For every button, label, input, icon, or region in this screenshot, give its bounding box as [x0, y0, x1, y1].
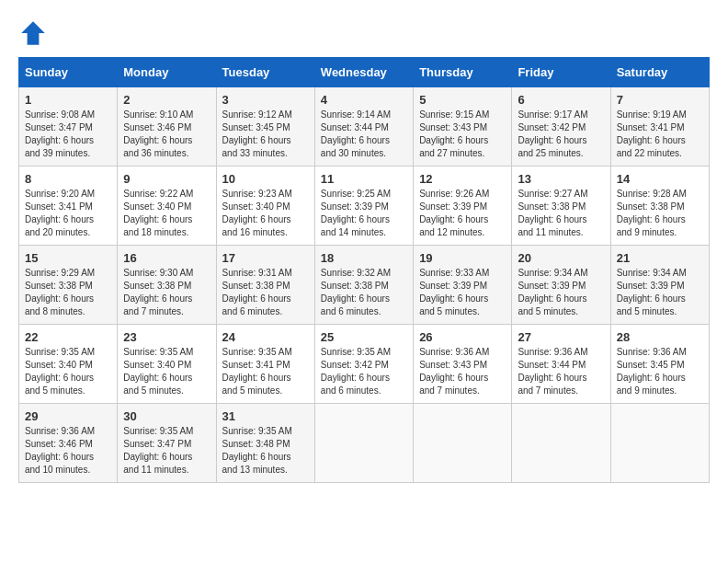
sunset-text: Sunset: 3:44 PM	[321, 122, 389, 132]
sunrise-text: Sunrise: 9:30 AM	[123, 268, 193, 278]
daylight-minutes: and 10 minutes.	[25, 465, 90, 475]
sunset-text: Sunset: 3:40 PM	[25, 360, 93, 370]
sunrise-text: Sunrise: 9:22 AM	[123, 189, 193, 199]
daylight-hours: Daylight: 6 hours	[617, 293, 686, 304]
daylight-hours: Daylight: 6 hours	[419, 214, 488, 224]
daylight-minutes: and 5 minutes.	[222, 385, 283, 396]
sunrise-text: Sunrise: 9:28 AM	[617, 189, 687, 199]
daylight-hours: Daylight: 6 hours	[222, 135, 291, 145]
daylight-hours: Daylight: 6 hours	[617, 373, 686, 383]
sunset-text: Sunset: 3:47 PM	[123, 439, 191, 449]
day-number: 17	[222, 251, 309, 265]
daylight-hours: Daylight: 6 hours	[123, 135, 192, 145]
sunset-text: Sunset: 3:38 PM	[617, 201, 685, 212]
day-number: 7	[617, 93, 703, 107]
day-info: Sunrise: 9:36 AMSunset: 3:43 PMDaylight:…	[419, 346, 506, 397]
sunrise-text: Sunrise: 9:31 AM	[222, 268, 292, 278]
sunrise-text: Sunrise: 9:36 AM	[617, 347, 687, 357]
day-info: Sunrise: 9:35 AMSunset: 3:40 PMDaylight:…	[123, 346, 210, 397]
calendar-day-cell: 9Sunrise: 9:22 AMSunset: 3:40 PMDaylight…	[118, 167, 216, 246]
calendar-day-cell: 25Sunrise: 9:35 AMSunset: 3:42 PMDayligh…	[314, 325, 413, 404]
sunrise-text: Sunrise: 9:35 AM	[321, 347, 391, 357]
day-info: Sunrise: 9:31 AMSunset: 3:38 PMDaylight:…	[222, 267, 309, 318]
sunrise-text: Sunrise: 9:27 AM	[518, 189, 587, 199]
sunrise-text: Sunrise: 9:08 AM	[25, 109, 95, 120]
calendar-day-cell: 7Sunrise: 9:19 AMSunset: 3:41 PMDaylight…	[610, 87, 709, 167]
daylight-minutes: and 13 minutes.	[222, 465, 288, 475]
calendar-day-cell: 27Sunrise: 9:36 AMSunset: 3:44 PMDayligh…	[512, 325, 610, 404]
day-info: Sunrise: 9:17 AMSunset: 3:42 PMDaylight:…	[518, 109, 604, 160]
daylight-hours: Daylight: 6 hours	[222, 293, 291, 304]
calendar-week-row: 1Sunrise: 9:08 AMSunset: 3:47 PMDaylight…	[19, 87, 710, 167]
calendar-day-cell: 12Sunrise: 9:26 AMSunset: 3:39 PMDayligh…	[414, 167, 512, 246]
day-number: 1	[25, 93, 111, 107]
daylight-minutes: and 6 minutes.	[222, 306, 283, 316]
sunset-text: Sunset: 3:39 PM	[321, 201, 389, 212]
day-number: 15	[25, 251, 111, 265]
daylight-minutes: and 5 minutes.	[518, 306, 578, 316]
day-info: Sunrise: 9:14 AMSunset: 3:44 PMDaylight:…	[321, 109, 407, 160]
sunset-text: Sunset: 3:38 PM	[321, 281, 389, 291]
calendar-day-cell	[512, 404, 610, 483]
day-info: Sunrise: 9:36 AMSunset: 3:44 PMDaylight:…	[518, 346, 604, 397]
sunrise-text: Sunrise: 9:36 AM	[25, 426, 95, 436]
day-info: Sunrise: 9:23 AMSunset: 3:40 PMDaylight:…	[222, 188, 309, 239]
day-number: 20	[518, 251, 604, 265]
daylight-minutes: and 27 minutes.	[419, 148, 484, 158]
svg-marker-0	[21, 21, 45, 45]
daylight-hours: Daylight: 6 hours	[123, 293, 192, 304]
daylight-hours: Daylight: 6 hours	[518, 373, 586, 383]
page-header	[18, 18, 710, 48]
sunrise-text: Sunrise: 9:35 AM	[123, 426, 193, 436]
calendar-day-cell: 28Sunrise: 9:36 AMSunset: 3:45 PMDayligh…	[610, 325, 709, 404]
daylight-hours: Daylight: 6 hours	[222, 373, 291, 383]
calendar-day-cell: 11Sunrise: 9:25 AMSunset: 3:39 PMDayligh…	[314, 167, 413, 246]
daylight-hours: Daylight: 6 hours	[321, 293, 390, 304]
header-day: Wednesday	[314, 58, 413, 87]
day-info: Sunrise: 9:26 AMSunset: 3:39 PMDaylight:…	[419, 188, 506, 239]
daylight-minutes: and 5 minutes.	[419, 306, 480, 316]
day-info: Sunrise: 9:35 AMSunset: 3:42 PMDaylight:…	[321, 346, 407, 397]
calendar-day-cell: 5Sunrise: 9:15 AMSunset: 3:43 PMDaylight…	[414, 87, 512, 167]
day-number: 11	[321, 172, 407, 186]
day-number: 4	[321, 93, 407, 107]
sunrise-text: Sunrise: 9:34 AM	[518, 268, 587, 278]
day-number: 21	[617, 251, 703, 265]
day-info: Sunrise: 9:36 AMSunset: 3:45 PMDaylight:…	[617, 346, 703, 397]
calendar-day-cell	[414, 404, 512, 483]
sunset-text: Sunset: 3:39 PM	[617, 281, 685, 291]
calendar-day-cell: 20Sunrise: 9:34 AMSunset: 3:39 PMDayligh…	[512, 246, 610, 325]
calendar-week-row: 22Sunrise: 9:35 AMSunset: 3:40 PMDayligh…	[19, 325, 710, 404]
header-day: Thursday	[414, 58, 512, 87]
sunrise-text: Sunrise: 9:19 AM	[617, 109, 687, 120]
daylight-hours: Daylight: 6 hours	[321, 214, 390, 224]
day-number: 13	[518, 172, 604, 186]
sunset-text: Sunset: 3:38 PM	[222, 281, 290, 291]
sunset-text: Sunset: 3:43 PM	[419, 360, 487, 370]
daylight-minutes: and 14 minutes.	[321, 227, 386, 237]
sunrise-text: Sunrise: 9:20 AM	[25, 189, 95, 199]
daylight-minutes: and 9 minutes.	[617, 385, 677, 396]
logo	[18, 18, 51, 48]
sunrise-text: Sunrise: 9:12 AM	[222, 109, 292, 120]
daylight-hours: Daylight: 6 hours	[123, 214, 192, 224]
calendar-day-cell	[610, 404, 709, 483]
day-info: Sunrise: 9:32 AMSunset: 3:38 PMDaylight:…	[321, 267, 407, 318]
daylight-hours: Daylight: 6 hours	[321, 373, 390, 383]
sunrise-text: Sunrise: 9:25 AM	[321, 189, 391, 199]
sunset-text: Sunset: 3:40 PM	[123, 360, 191, 370]
calendar-day-cell: 16Sunrise: 9:30 AMSunset: 3:38 PMDayligh…	[118, 246, 216, 325]
calendar-day-cell: 24Sunrise: 9:35 AMSunset: 3:41 PMDayligh…	[216, 325, 314, 404]
header-day: Friday	[512, 58, 610, 87]
day-info: Sunrise: 9:34 AMSunset: 3:39 PMDaylight:…	[518, 267, 604, 318]
calendar-day-cell: 4Sunrise: 9:14 AMSunset: 3:44 PMDaylight…	[314, 87, 413, 167]
day-number: 10	[222, 172, 309, 186]
calendar-day-cell: 18Sunrise: 9:32 AMSunset: 3:38 PMDayligh…	[314, 246, 413, 325]
daylight-minutes: and 22 minutes.	[617, 148, 682, 158]
calendar-week-row: 29Sunrise: 9:36 AMSunset: 3:46 PMDayligh…	[19, 404, 710, 483]
sunset-text: Sunset: 3:40 PM	[123, 201, 191, 212]
daylight-hours: Daylight: 6 hours	[25, 373, 94, 383]
day-info: Sunrise: 9:30 AMSunset: 3:38 PMDaylight:…	[123, 267, 210, 318]
sunset-text: Sunset: 3:39 PM	[419, 281, 487, 291]
sunset-text: Sunset: 3:47 PM	[25, 122, 93, 132]
